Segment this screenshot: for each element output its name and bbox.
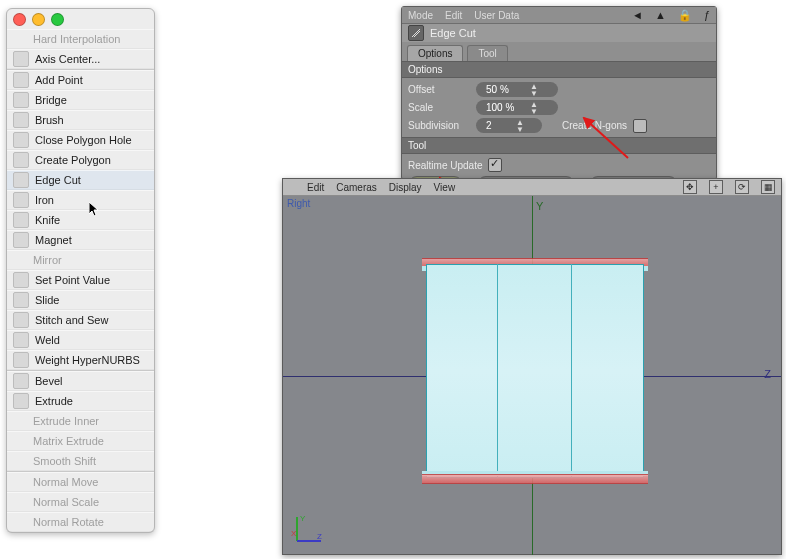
menu-item-normal-rotate: Normal Rotate bbox=[7, 512, 154, 532]
menu-item-weight-hypernurbs[interactable]: Weight HyperNURBS bbox=[7, 350, 154, 370]
stepper-icon[interactable]: ▲▼ bbox=[530, 83, 538, 97]
menu-item-label: Bridge bbox=[35, 94, 67, 106]
tool-icon bbox=[13, 172, 29, 188]
menu-item-extrude-inner: Extrude Inner bbox=[7, 411, 154, 431]
up-icon[interactable]: ▲ bbox=[655, 9, 666, 21]
vp-menu-view[interactable]: View bbox=[434, 182, 456, 193]
menu-item-label: Slide bbox=[35, 294, 59, 306]
scale-input[interactable] bbox=[484, 101, 530, 114]
tool-icon bbox=[13, 495, 27, 509]
menu-item-hard-interpolation: Hard Interpolation bbox=[7, 29, 154, 49]
menu-item-smooth-shift: Smooth Shift bbox=[7, 451, 154, 471]
menu-item-iron[interactable]: Iron bbox=[7, 190, 154, 210]
menu-item-set-point-value[interactable]: Set Point Value bbox=[7, 270, 154, 290]
vp-zoom-icon[interactable]: + bbox=[709, 180, 723, 194]
close-icon[interactable] bbox=[13, 13, 26, 26]
realtime-label: Realtime Update bbox=[408, 160, 482, 171]
menu-item-stitch-and-sew[interactable]: Stitch and Sew bbox=[7, 310, 154, 330]
svg-text:Z: Z bbox=[317, 532, 322, 541]
tool-icon bbox=[13, 454, 27, 468]
tool-icon bbox=[13, 515, 27, 529]
menu-item-label: Weld bbox=[35, 334, 60, 346]
menu-item-label: Matrix Extrude bbox=[33, 435, 104, 447]
vp-move-icon[interactable]: ✥ bbox=[683, 180, 697, 194]
menu-item-slide[interactable]: Slide bbox=[7, 290, 154, 310]
menu-item-add-point[interactable]: Add Point bbox=[7, 70, 154, 90]
tool-icon bbox=[13, 32, 27, 46]
tool-icon bbox=[13, 332, 29, 348]
menu-item-label: Iron bbox=[35, 194, 54, 206]
vp-menu-display[interactable]: Display bbox=[389, 182, 422, 193]
menu-edit[interactable]: Edit bbox=[445, 10, 462, 21]
viewport-canvas[interactable]: Right Y Z Y X Z bbox=[283, 196, 781, 555]
scale-field[interactable]: ▲▼ bbox=[476, 100, 558, 115]
menu-item-extrude[interactable]: Extrude bbox=[7, 391, 154, 411]
tool-icon bbox=[13, 312, 29, 328]
stepper-icon[interactable]: ▲▼ bbox=[516, 119, 524, 133]
menu-item-weld[interactable]: Weld bbox=[7, 330, 154, 350]
axis-z-label: Z bbox=[764, 368, 771, 380]
tab-tool[interactable]: Tool bbox=[467, 45, 507, 61]
attr-tabs: Options Tool bbox=[402, 42, 716, 61]
function-icon[interactable]: ƒ bbox=[704, 9, 710, 21]
menu-item-label: Normal Rotate bbox=[33, 516, 104, 528]
subdivision-label: Subdivision bbox=[408, 120, 470, 131]
menu-item-axis-center[interactable]: Axis Center... bbox=[7, 49, 154, 69]
vp-menu-edit[interactable]: Edit bbox=[307, 182, 324, 193]
realtime-checkbox[interactable] bbox=[488, 158, 502, 172]
attr-title-label: Edge Cut bbox=[430, 27, 476, 39]
menu-item-label: Knife bbox=[35, 214, 60, 226]
attr-menubar: Mode Edit User Data ◄ ▲ 🔒 ƒ bbox=[402, 7, 716, 24]
menu-item-create-polygon[interactable]: Create Polygon bbox=[7, 150, 154, 170]
tool-icon bbox=[13, 414, 27, 428]
menu-item-bevel[interactable]: Bevel bbox=[7, 371, 154, 391]
menu-item-close-polygon-hole[interactable]: Close Polygon Hole bbox=[7, 130, 154, 150]
minimize-icon[interactable] bbox=[32, 13, 45, 26]
menu-item-mirror: Mirror bbox=[7, 250, 154, 270]
menu-userdata[interactable]: User Data bbox=[474, 10, 519, 21]
offset-input[interactable] bbox=[484, 83, 530, 96]
menu-item-label: Create Polygon bbox=[35, 154, 111, 166]
menu-item-label: Mirror bbox=[33, 254, 62, 266]
menu-item-magnet[interactable]: Magnet bbox=[7, 230, 154, 250]
menu-item-label: Normal Scale bbox=[33, 496, 99, 508]
tool-icon bbox=[13, 292, 29, 308]
vp-rotate-icon[interactable]: ⟳ bbox=[735, 180, 749, 194]
menu-item-label: Edge Cut bbox=[35, 174, 81, 186]
vp-menu-cameras[interactable]: Cameras bbox=[336, 182, 377, 193]
menu-item-label: Brush bbox=[35, 114, 64, 126]
menu-item-label: Extrude Inner bbox=[33, 415, 99, 427]
menu-item-edge-cut[interactable]: Edge Cut bbox=[7, 170, 154, 190]
tool-icon bbox=[13, 232, 29, 248]
menu-item-knife[interactable]: Knife bbox=[7, 210, 154, 230]
tool-icon bbox=[13, 253, 27, 267]
menu-item-label: Axis Center... bbox=[35, 53, 100, 65]
menu-item-normal-move: Normal Move bbox=[7, 472, 154, 492]
menu-item-bridge[interactable]: Bridge bbox=[7, 90, 154, 110]
menu-item-label: Magnet bbox=[35, 234, 72, 246]
subdivision-field[interactable]: ▲▼ bbox=[476, 118, 542, 133]
lock-icon[interactable]: 🔒 bbox=[678, 9, 692, 22]
stepper-icon[interactable]: ▲▼ bbox=[530, 101, 538, 115]
menu-mode[interactable]: Mode bbox=[408, 10, 433, 21]
zoom-icon[interactable] bbox=[51, 13, 64, 26]
vp-layout-icon[interactable]: ▦ bbox=[761, 180, 775, 194]
tool-icon bbox=[13, 373, 29, 389]
menu-item-label: Close Polygon Hole bbox=[35, 134, 132, 146]
scale-label: Scale bbox=[408, 102, 470, 113]
offset-label: Offset bbox=[408, 84, 470, 95]
menu-item-matrix-extrude: Matrix Extrude bbox=[7, 431, 154, 451]
attribute-manager: Mode Edit User Data ◄ ▲ 🔒 ƒ Edge Cut Opt… bbox=[401, 6, 717, 180]
viewport-label: Right bbox=[287, 198, 310, 209]
offset-field[interactable]: ▲▼ bbox=[476, 82, 558, 97]
tool-icon bbox=[13, 132, 29, 148]
nav-back-icon[interactable]: ◄ bbox=[632, 9, 643, 21]
create-ngons-checkbox[interactable] bbox=[633, 119, 647, 133]
tab-options[interactable]: Options bbox=[407, 45, 463, 61]
menu-item-brush[interactable]: Brush bbox=[7, 110, 154, 130]
tool-icon bbox=[13, 51, 29, 67]
menu-item-label: Normal Move bbox=[33, 476, 98, 488]
tool-icon bbox=[13, 192, 29, 208]
subdivision-input[interactable] bbox=[484, 119, 516, 132]
menu-item-label: Hard Interpolation bbox=[33, 33, 120, 45]
